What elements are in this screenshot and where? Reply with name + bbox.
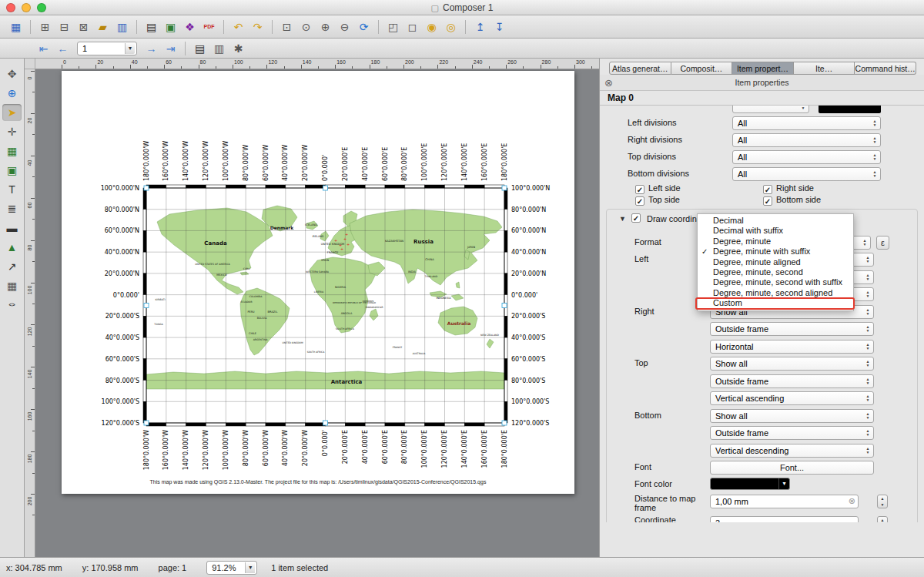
format-menu-item-decimal-with-suffix[interactable]: Decimal with suffix [698, 226, 853, 236]
right-divisions-select[interactable]: All▲▼ [732, 133, 881, 147]
clipped-color-swatch[interactable] [819, 106, 881, 113]
clear-icon[interactable]: ⊗ [849, 496, 855, 506]
last-feature-button[interactable]: ⇥ [161, 40, 180, 57]
raise-items-button[interactable]: ↥ [470, 18, 490, 35]
selection-handle[interactable] [502, 186, 507, 190]
format-menu-item-degree-minute-second-with-suffix[interactable]: Degree, minute, second with suffix [698, 277, 853, 287]
select-move-item-tool[interactable]: ➤ [2, 104, 22, 121]
selection-handle[interactable] [144, 421, 149, 425]
add-map-button[interactable]: ▦ [2, 143, 22, 159]
format-menu-item-degree-minute-second[interactable]: Degree, minute, second [698, 267, 853, 277]
collapse-arrow-icon[interactable]: ▼ [619, 215, 626, 223]
bottom-option-2-select[interactable]: Outside frame▲▼ [710, 426, 874, 440]
deselect-all-button[interactable]: ◻ [403, 18, 422, 35]
unlock-items-button[interactable]: ◎ [441, 18, 460, 35]
lower-items-button[interactable]: ↧ [490, 18, 509, 35]
zoom-out-button[interactable]: ⊖ [335, 18, 354, 35]
add-arrow-button[interactable]: ↗ [2, 258, 22, 275]
print-button[interactable]: ▤ [142, 18, 161, 35]
previous-feature-button[interactable]: ← [53, 40, 72, 57]
bottom-option-3-select[interactable]: Vertical descending▲▼ [710, 444, 874, 458]
format-menu-item-degree-minute-second-aligned[interactable]: Degree, minute, second aligned [698, 288, 853, 298]
zoom-in-button[interactable]: ⊕ [316, 18, 335, 35]
distance-spinner[interactable]: ▲▼ [877, 495, 888, 508]
zoom-level-combobox[interactable]: 91.2% ▾ [206, 561, 257, 575]
right-option-2-select[interactable]: Outside frame▲▼ [710, 322, 874, 336]
selection-handle[interactable] [323, 421, 328, 425]
atlas-settings-button[interactable]: ✱ [229, 40, 248, 57]
composer-manager-button[interactable]: ⊠ [74, 18, 93, 35]
top-divisions-select[interactable]: All▲▼ [732, 150, 881, 164]
right-side-checkbox[interactable]: ✓ [763, 185, 772, 194]
format-menu-item-degree-minute[interactable]: Degree, minute [698, 237, 853, 247]
bottom-option-1-select[interactable]: Show all▲▼ [710, 409, 874, 423]
format-menu-item-decimal[interactable]: Decimal [698, 216, 853, 226]
tab-command-hist-[interactable]: Command hist… [855, 62, 916, 75]
atlas-page-combobox[interactable]: 1▾ [77, 42, 137, 55]
pan-tool[interactable]: ✥ [2, 65, 22, 82]
tab-ite-[interactable]: Ite… [794, 62, 855, 75]
data-defined-expression-button[interactable]: ε [876, 236, 889, 250]
first-feature-button[interactable]: ⇤ [34, 40, 53, 57]
top-option-2-select[interactable]: Outside frame▲▼ [710, 374, 874, 388]
lock-items-button[interactable]: ◉ [422, 18, 441, 35]
format-menu-item-degree-minute-with-suffix[interactable]: ✓Degree, minute with suffix [698, 247, 853, 257]
top-option-1-select[interactable]: Show all▲▼ [710, 357, 874, 371]
selection-handle[interactable] [144, 186, 149, 190]
save-template-button[interactable]: ▥ [112, 18, 132, 35]
format-menu-item-custom[interactable]: Custom [698, 298, 853, 308]
tab-atlas-generat-[interactable]: Atlas generat… [609, 62, 671, 75]
export-pdf-button[interactable]: PDF [199, 18, 219, 35]
add-image-button[interactable]: ▣ [2, 162, 22, 179]
precision-input[interactable]: 3 [710, 516, 859, 522]
add-shape-button[interactable]: ▲ [2, 239, 22, 256]
panel-row: Outside frame▲▼ [607, 320, 917, 338]
left-divisions-select[interactable]: All▲▼ [732, 116, 881, 130]
refresh-view-button[interactable]: ⟳ [354, 18, 373, 35]
close-panel-icon[interactable]: ⊗ [604, 75, 613, 91]
add-scalebar-button[interactable]: ▬ [2, 220, 22, 237]
top-option-3-select[interactable]: Vertical ascending▲▼ [710, 391, 874, 405]
font-button[interactable]: Font... [710, 461, 874, 475]
zoom-full-button[interactable]: ⊡ [277, 18, 296, 35]
top-side-checkbox[interactable]: ✓ [635, 196, 644, 206]
save-composer-button[interactable]: ▦ [6, 18, 25, 35]
tab-item-propert-[interactable]: Item propert… [732, 62, 794, 75]
precision-spinner[interactable]: ▲▼ [877, 516, 888, 522]
draw-coordinates-checkbox[interactable]: ✓ [631, 213, 641, 223]
next-feature-button[interactable]: → [142, 40, 161, 57]
print-atlas-button[interactable]: ▤ [190, 40, 209, 57]
selection-handle[interactable] [502, 304, 507, 308]
export-image-button[interactable]: ▣ [161, 18, 180, 35]
left-side-checkbox[interactable]: ✓ [635, 185, 644, 194]
export-atlas-button[interactable]: ▥ [209, 40, 229, 57]
composer-canvas[interactable]: 180°0.000'W180°0.000'W160°0.000'W160°0.0… [35, 69, 599, 557]
font-color-swatch[interactable]: ▾ [710, 478, 790, 490]
format-menu-item-degree-minute-aligned[interactable]: Degree, minute aligned [698, 257, 853, 267]
right-option-3-select[interactable]: Horizontal▲▼ [710, 340, 874, 354]
move-item-content-tool[interactable]: ✛ [2, 123, 22, 140]
selection-handle[interactable] [502, 421, 507, 425]
bottom-side-checkbox[interactable]: ✓ [763, 196, 772, 206]
duplicate-composer-button[interactable]: ⊟ [55, 18, 74, 35]
add-html-button[interactable]: <> [2, 297, 22, 314]
add-legend-button[interactable]: ≣ [2, 200, 22, 217]
selection-handle[interactable] [144, 304, 149, 308]
select-items-button[interactable]: ◰ [383, 18, 403, 35]
export-svg-button[interactable]: ❖ [180, 18, 199, 35]
zoom-actual-button[interactable]: ⊙ [296, 18, 316, 35]
new-composer-button[interactable]: ⊞ [35, 18, 55, 35]
selection-handle[interactable] [323, 186, 328, 190]
zoom-tool[interactable]: ⊕ [2, 85, 22, 102]
tab-composit-[interactable]: Composit… [671, 62, 733, 75]
load-template-button[interactable]: ▰ [93, 18, 112, 35]
bottom-divisions-select[interactable]: All▲▼ [732, 167, 881, 181]
add-label-button[interactable]: T [2, 181, 22, 198]
add-table-button[interactable]: ▦ [2, 277, 22, 294]
map-item[interactable]: 180°0.000'W180°0.000'W160°0.000'W160°0.0… [62, 71, 574, 494]
clipped-combobox[interactable]: ▲▼ [732, 106, 809, 113]
undo-button[interactable]: ↶ [229, 18, 248, 35]
composition-page[interactable]: 180°0.000'W180°0.000'W160°0.000'W160°0.0… [62, 71, 574, 494]
redo-button[interactable]: ↷ [248, 18, 267, 35]
distance-input[interactable]: 1,00 mm ⊗ [710, 495, 859, 508]
